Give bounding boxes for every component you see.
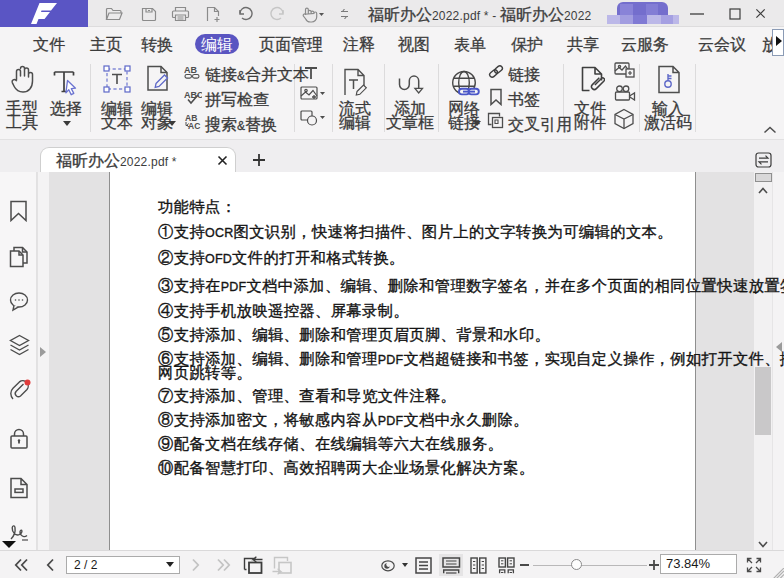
svg-text:AC: AC <box>188 121 200 130</box>
svg-text:ABC: ABC <box>184 90 202 100</box>
svg-text:AB: AB <box>184 66 197 75</box>
